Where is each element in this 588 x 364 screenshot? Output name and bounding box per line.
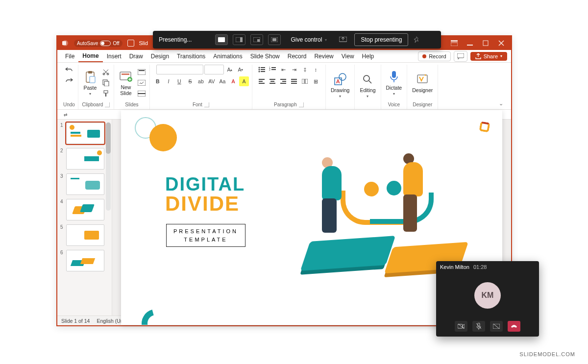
shadow-button[interactable]: ab <box>196 76 206 86</box>
decrease-font-button[interactable]: A▾ <box>236 65 245 74</box>
char-spacing-button[interactable]: AV <box>207 76 217 86</box>
slide-position[interactable]: Slide 1 of 14 <box>61 318 90 324</box>
font-size-select[interactable] <box>204 65 224 74</box>
dialog-launcher-icon[interactable] <box>204 102 209 107</box>
qat-chevron-icon[interactable]: ⇄ <box>62 111 69 118</box>
align-center-button[interactable] <box>268 76 277 86</box>
indent-less-button[interactable]: ⇤ <box>278 65 288 74</box>
teams-call-window[interactable]: Kevin Milton 01:28 KM <box>436 261 539 337</box>
share-button[interactable]: Share▾ <box>470 52 507 61</box>
format-painter-button[interactable] <box>101 89 111 98</box>
mic-off-icon[interactable] <box>472 321 485 332</box>
layout-button[interactable] <box>137 67 147 77</box>
deco-arc-icon <box>136 304 175 325</box>
ribbon-mode-icon[interactable] <box>447 38 461 49</box>
text-direction-button[interactable]: ↕ <box>311 65 320 74</box>
font-name-select[interactable] <box>156 65 203 74</box>
tab-view[interactable]: View <box>338 50 358 62</box>
dialog-launcher-icon[interactable] <box>299 102 304 107</box>
dictate-button[interactable]: Dictate▾ <box>384 69 404 97</box>
copy-button[interactable] <box>101 78 111 88</box>
editing-button[interactable]: Editing▾ <box>358 72 377 99</box>
increase-font-button[interactable]: A▴ <box>225 65 235 74</box>
comments-button[interactable] <box>454 51 467 62</box>
justify-button[interactable] <box>289 76 299 86</box>
record-button[interactable]: Record <box>418 51 450 61</box>
smartart-button[interactable]: ⊞ <box>311 76 320 86</box>
line-spacing-button[interactable]: ‡ <box>300 65 310 74</box>
svg-rect-50 <box>291 79 297 80</box>
tab-record[interactable]: Record <box>284 50 311 62</box>
svg-rect-43 <box>259 83 265 84</box>
strike-button[interactable]: S <box>185 76 195 86</box>
tab-help[interactable]: Help <box>358 50 378 62</box>
pin-icon[interactable] <box>413 36 421 43</box>
tab-animations[interactable]: Animations <box>209 50 246 62</box>
slide-thumbnail-2[interactable] <box>66 148 104 170</box>
share-screen-icon[interactable] <box>337 34 349 45</box>
cut-button[interactable] <box>101 67 111 77</box>
tab-home[interactable]: Home <box>78 50 102 62</box>
align-right-button[interactable] <box>278 76 288 86</box>
designer-icon <box>416 73 429 86</box>
collapse-ribbon-icon[interactable]: ⌄ <box>494 97 508 109</box>
camera-off-icon[interactable] <box>455 321 467 332</box>
paste-button[interactable]: Paste ▾ <box>81 69 99 97</box>
tab-slide-show[interactable]: Slide Show <box>246 50 284 62</box>
bold-button[interactable]: B <box>153 76 163 86</box>
highlight-button[interactable]: A <box>239 76 249 86</box>
undo-button[interactable] <box>64 65 74 74</box>
columns-button[interactable] <box>300 76 310 86</box>
italic-button[interactable]: I <box>164 76 173 86</box>
clipboard-icon <box>83 70 97 84</box>
svg-rect-27 <box>139 70 145 71</box>
indent-more-button[interactable]: ⇥ <box>289 65 299 74</box>
new-slide-button[interactable]: New Slide <box>117 69 135 97</box>
layout-focus-icon[interactable] <box>268 34 281 45</box>
group-clipboard: Paste ▾ Clipboard <box>78 65 114 109</box>
give-control-button[interactable]: Give control ▾ <box>286 34 332 45</box>
font-color-button[interactable]: A <box>228 76 238 86</box>
section-button[interactable] <box>137 89 147 98</box>
call-duration: 01:28 <box>473 264 487 270</box>
align-left-button[interactable] <box>257 76 267 86</box>
slide-thumbnail-4[interactable] <box>66 199 104 220</box>
svg-text:2: 2 <box>269 68 270 71</box>
slide-thumbnail-3[interactable] <box>66 173 104 195</box>
layout-side-icon[interactable] <box>233 34 245 45</box>
share-toggle-icon[interactable] <box>490 321 503 332</box>
change-case-button[interactable]: Aa <box>218 76 227 86</box>
bullets-button[interactable] <box>257 65 267 74</box>
slide-thumbnail-1[interactable] <box>66 122 104 144</box>
group-slides: New Slide Slides <box>114 65 150 109</box>
stop-presenting-button[interactable]: Stop presenting <box>354 33 408 46</box>
tab-design[interactable]: Design <box>147 50 173 62</box>
dialog-launcher-icon[interactable] <box>105 102 110 107</box>
leave-call-button[interactable] <box>508 321 520 332</box>
save-icon[interactable] <box>127 40 134 47</box>
tab-file[interactable]: File <box>61 50 78 62</box>
scrollbar[interactable] <box>106 122 111 211</box>
redo-button[interactable] <box>64 75 74 85</box>
minimize-icon[interactable] <box>463 38 477 49</box>
slide-thumbnail-6[interactable] <box>66 250 104 271</box>
underline-button[interactable]: U <box>174 76 184 86</box>
autosave-toggle[interactable]: AutoSave Off <box>74 40 122 47</box>
reset-button[interactable] <box>137 78 147 88</box>
tab-insert[interactable]: Insert <box>103 50 125 62</box>
shapes-icon: A <box>333 73 347 86</box>
svg-rect-2 <box>240 37 243 42</box>
tab-review[interactable]: Review <box>310 50 337 62</box>
numbering-button[interactable]: 12 <box>268 65 277 74</box>
maximize-icon[interactable] <box>479 38 492 49</box>
avatar: KM <box>474 282 501 309</box>
drawing-button[interactable]: A Drawing▾ <box>329 72 352 99</box>
slide-thumbnail-5[interactable] <box>66 224 104 246</box>
tab-transitions[interactable]: Transitions <box>173 50 209 62</box>
designer-button[interactable]: Designer <box>410 72 435 94</box>
tab-draw[interactable]: Draw <box>125 50 147 62</box>
layout-popout-icon[interactable] <box>250 34 263 45</box>
close-icon[interactable] <box>494 38 508 49</box>
group-label: Undo <box>63 101 75 109</box>
layout-full-icon[interactable] <box>215 34 228 45</box>
